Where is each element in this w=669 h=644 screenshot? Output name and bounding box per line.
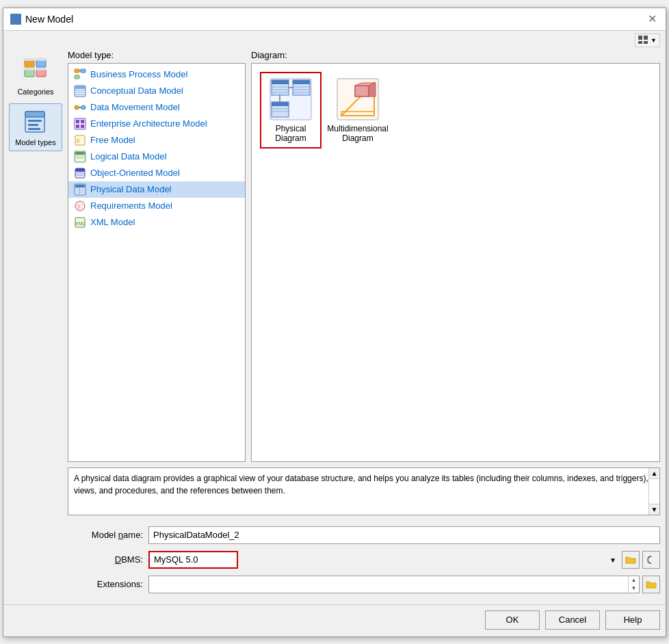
svg-rect-23 <box>81 69 86 73</box>
svg-rect-14 <box>25 68 34 70</box>
diagram-item-physical[interactable]: Physical Diagram <box>260 72 322 149</box>
toolbar: ▼ <box>3 31 666 50</box>
refresh-icon <box>646 555 656 565</box>
extensions-folder-icon <box>646 580 657 589</box>
model-list-item-xml[interactable]: XML XML Model <box>68 214 245 231</box>
extensions-button[interactable] <box>642 576 660 593</box>
scroll-down-arrow[interactable]: ▼ <box>649 504 659 515</box>
model-list-item-requirements[interactable]: ! Requirements Model <box>68 198 245 214</box>
svg-rect-5 <box>638 41 642 44</box>
view-toggle-button[interactable]: ▼ <box>635 34 660 47</box>
model-list-item-enterprise-arch[interactable]: Enterprise Architecture Model <box>68 116 245 132</box>
new-model-dialog: New Model ✕ ▼ <box>3 8 666 637</box>
ok-button[interactable]: OK <box>485 610 540 630</box>
svg-rect-22 <box>75 69 79 73</box>
model-list-item-conceptual-data[interactable]: Conceptual Data Model <box>68 83 245 99</box>
form-section: Model name: DBMS: MySQL 5.0 MySQL 5.5 <box>68 521 660 596</box>
svg-point-55 <box>75 201 85 211</box>
model-name-row: Model name: <box>68 526 660 544</box>
svg-rect-12 <box>36 59 46 61</box>
svg-rect-27 <box>75 86 85 89</box>
diagram-item-multidimensional[interactable]: Multidimensional Diagram <box>327 72 389 149</box>
ext-down-arrow[interactable]: ▼ <box>629 584 639 593</box>
model-name-input[interactable] <box>148 526 660 544</box>
dialog-icon <box>10 14 21 25</box>
dbms-select[interactable]: MySQL 5.0 MySQL 5.5 MySQL 8.0 Oracle 12c… <box>148 551 238 569</box>
xml-label: XML Model <box>90 217 135 227</box>
model-type-panel: Model type: Business Process Model <box>68 50 246 462</box>
dbms-select-wrapper: MySQL 5.0 MySQL 5.5 MySQL 8.0 Oracle 12c… <box>148 551 619 569</box>
model-list-item-business-process[interactable]: Business Process Model <box>68 66 245 83</box>
free-model-label: Free Model <box>90 135 135 145</box>
diagram-label: Diagram: <box>251 50 660 60</box>
dialog-title: New Model <box>25 14 73 25</box>
physical-diagram-label: Physical Diagram <box>265 124 316 143</box>
requirements-icon: ! <box>74 200 86 212</box>
svg-rect-79 <box>355 86 369 96</box>
model-list-item-object-oriented[interactable]: Object-Oriented Model <box>68 165 245 181</box>
svg-rect-35 <box>76 120 79 123</box>
title-bar: New Model ✕ <box>3 8 666 31</box>
help-button[interactable]: Help <box>605 610 660 630</box>
model-list-item-data-movement[interactable]: Data Movement Model <box>68 99 245 116</box>
model-list-item-logical-data[interactable]: Logical Data Model <box>68 149 245 165</box>
svg-text:XML: XML <box>75 221 86 226</box>
dbms-select-container: MySQL 5.0 MySQL 5.5 MySQL 8.0 Oracle 12c… <box>148 551 660 569</box>
sidebar-item-categories[interactable]: Categories <box>9 53 62 101</box>
requirements-label: Requirements Model <box>90 201 172 211</box>
svg-rect-37 <box>76 125 79 128</box>
svg-text:!: ! <box>78 203 80 210</box>
folder-icon <box>625 555 636 565</box>
extensions-row: Extensions: ▲ ▼ <box>68 576 660 593</box>
physical-diagram-icon <box>269 77 313 121</box>
sidebar-item-model-types[interactable]: Model types <box>9 103 62 151</box>
object-oriented-label: Object-Oriented Model <box>90 168 180 178</box>
dialog-body: Categories Model types <box>3 50 666 602</box>
enterprise-arch-icon <box>74 118 86 130</box>
svg-rect-7 <box>25 60 34 67</box>
dbms-label: DBMS: <box>68 554 143 565</box>
svg-text:F: F <box>77 138 81 144</box>
svg-rect-24 <box>75 75 79 79</box>
svg-rect-8 <box>25 59 34 61</box>
diagram-panel: Diagram: <box>251 50 660 462</box>
dbms-arrow-button[interactable] <box>642 551 660 569</box>
diagram-grid: Physical Diagram <box>251 63 660 462</box>
description-scrollbar[interactable]: ▲ ▼ <box>648 468 659 515</box>
svg-rect-66 <box>293 80 310 84</box>
dbms-select-arrow: ▼ <box>609 556 616 563</box>
svg-rect-3 <box>638 36 642 40</box>
svg-rect-21 <box>28 128 40 130</box>
extensions-spinners[interactable]: ▲ ▼ <box>628 576 639 593</box>
extensions-container: ▲ ▼ <box>148 576 660 593</box>
model-list-item-physical-data[interactable]: Physical Data Model <box>68 181 245 198</box>
svg-rect-15 <box>36 70 46 77</box>
svg-rect-38 <box>81 125 84 128</box>
svg-rect-42 <box>75 152 85 155</box>
main-content: Model type: Business Process Model <box>68 50 660 596</box>
logical-data-label: Logical Data Model <box>90 151 166 162</box>
data-movement-icon <box>74 101 86 114</box>
description-text: A physical data diagram provides a graph… <box>74 474 648 495</box>
ext-up-arrow[interactable]: ▲ <box>629 576 639 584</box>
svg-rect-18 <box>25 112 44 117</box>
scroll-up-arrow[interactable]: ▲ <box>649 468 659 479</box>
svg-rect-6 <box>644 41 648 44</box>
business-process-icon <box>74 68 86 81</box>
model-name-label: Model name: <box>68 530 143 540</box>
svg-rect-2 <box>16 16 18 18</box>
content-panels: Model type: Business Process Model <box>68 50 660 462</box>
svg-rect-50 <box>75 185 85 188</box>
model-types-label: Model types <box>15 138 55 146</box>
svg-rect-11 <box>36 60 46 67</box>
physical-data-icon <box>74 183 86 196</box>
model-list-item-free[interactable]: F Free Model <box>68 132 245 149</box>
svg-rect-4 <box>644 36 648 40</box>
cancel-button[interactable]: Cancel <box>545 610 600 630</box>
dbms-folder-button[interactable] <box>622 551 640 569</box>
categories-label: Categories <box>17 88 53 96</box>
close-button[interactable]: ✕ <box>645 12 659 26</box>
multidimensional-diagram-label: Multidimensional Diagram <box>327 124 388 143</box>
conceptual-data-icon <box>74 85 86 97</box>
model-type-label: Model type: <box>68 50 246 60</box>
